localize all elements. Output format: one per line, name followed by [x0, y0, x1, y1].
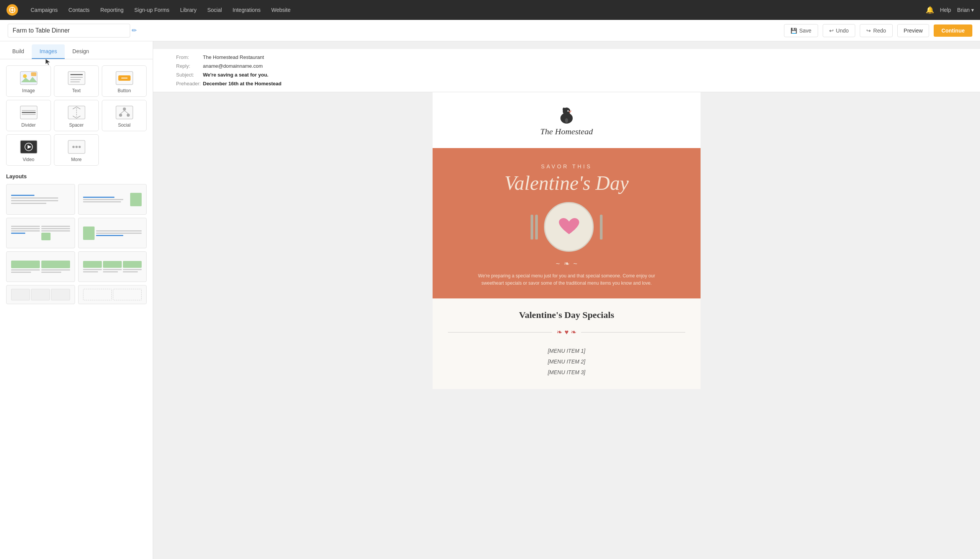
reply-label: Reply:: [176, 63, 203, 69]
svg-point-7: [23, 74, 27, 78]
svg-point-1: [11, 9, 13, 11]
heart-divider: ❧ ♥ ❧: [448, 328, 685, 336]
svg-point-26: [127, 114, 130, 117]
svg-point-41: [568, 111, 569, 111]
block-image-label: Image: [22, 88, 35, 93]
text-block-icon: [67, 70, 86, 86]
reply-value: aname@domainname.com: [203, 63, 263, 69]
user-menu[interactable]: Brian ▾: [957, 7, 974, 13]
nav-item-social[interactable]: Social: [202, 5, 226, 15]
redo-button[interactable]: ↪ Redo: [860, 24, 892, 37]
social-block-icon: [115, 105, 134, 120]
menu-items-list: [MENU ITEM 1] [MENU ITEM 2] [MENU ITEM 3…: [448, 346, 685, 378]
nav-item-contacts[interactable]: Contacts: [64, 5, 94, 15]
chevron-down-icon: ▾: [971, 7, 974, 13]
nav-item-signup-forms[interactable]: Sign-up Forms: [130, 5, 174, 15]
email-reply-row: Reply: aname@domainname.com: [176, 61, 957, 70]
from-value: The Homestead Restaurant: [203, 55, 264, 60]
campaign-title-input[interactable]: [8, 24, 130, 38]
nav-item-website[interactable]: Website: [267, 5, 295, 15]
hero-body-text: We're preparing a special menu just for …: [471, 273, 662, 287]
save-button[interactable]: 💾 Save: [784, 24, 818, 37]
hero-title: Valentine's Day: [444, 172, 689, 194]
undo-button[interactable]: ↩ Undo: [823, 24, 855, 37]
block-spacer[interactable]: Spacer: [54, 100, 99, 131]
help-link[interactable]: Help: [940, 7, 951, 13]
notifications-icon[interactable]: 🔔: [925, 6, 934, 14]
sidebar: Build Images Design: [0, 41, 153, 559]
tab-build[interactable]: Build: [5, 45, 32, 59]
nav-item-library[interactable]: Library: [176, 5, 201, 15]
subject-label: Subject:: [176, 72, 203, 78]
from-label: From:: [176, 55, 203, 60]
menu-item-2: [MENU ITEM 2]: [448, 356, 685, 367]
email-subject-row: Subject: We're saving a seat for you.: [176, 70, 957, 79]
email-logo-section: The Homestead: [432, 92, 700, 148]
tab-images[interactable]: Images: [32, 45, 65, 59]
block-divider-label: Divider: [22, 122, 36, 128]
layout-thumb-2[interactable]: [78, 184, 147, 215]
block-image[interactable]: Image: [6, 65, 51, 97]
email-hero: SAVOR THIS Valentine's Day: [432, 148, 700, 298]
blocks-grid: Image Text: [6, 65, 147, 166]
layout-thumb-1[interactable]: [6, 184, 75, 215]
block-video[interactable]: Video: [6, 134, 51, 166]
svg-point-35: [78, 146, 81, 148]
swirl-right-icon: ❧: [571, 328, 576, 336]
block-button[interactable]: Button: [102, 65, 147, 97]
cursor-icon: [45, 58, 52, 66]
svg-point-24: [123, 108, 126, 111]
logo-text: The Homestead: [540, 127, 593, 137]
chicken-icon: [555, 104, 578, 127]
layout-thumb-3[interactable]: [6, 218, 75, 248]
block-more[interactable]: More: [54, 134, 99, 166]
svg-rect-9: [68, 71, 85, 84]
menu-item-1: [MENU ITEM 1]: [448, 346, 685, 356]
homestead-logo: The Homestead: [540, 104, 593, 137]
block-button-label: Button: [118, 88, 131, 93]
email-canvas: The Homestead SAVOR THIS Valentine's Day: [432, 92, 700, 389]
layout-thumb-5[interactable]: [6, 251, 75, 282]
app-logo[interactable]: [6, 4, 18, 16]
email-meta: From: The Homestead Restaurant Reply: an…: [153, 49, 980, 92]
more-block-icon: [67, 139, 86, 155]
svg-point-42: [565, 118, 568, 123]
spacer-block-icon: [67, 105, 86, 120]
heart-icon: [556, 217, 581, 238]
nav-item-integrations[interactable]: Integrations: [228, 5, 265, 15]
block-video-label: Video: [23, 157, 34, 162]
main-layout: Build Images Design: [0, 41, 980, 559]
block-text-label: Text: [72, 88, 80, 93]
layout-thumb-6[interactable]: [78, 251, 147, 282]
divider-block-icon: [20, 105, 38, 120]
divider-line-left: [448, 332, 552, 332]
block-divider[interactable]: Divider: [6, 100, 51, 131]
video-block-icon: [20, 139, 38, 155]
nav-right: 🔔 Help Brian ▾: [925, 6, 974, 14]
preview-button[interactable]: Preview: [897, 24, 929, 37]
email-area: From: The Homestead Restaurant Reply: an…: [153, 41, 980, 559]
svg-point-33: [72, 146, 74, 148]
block-social[interactable]: Social: [102, 100, 147, 131]
block-text[interactable]: Text: [54, 65, 99, 97]
email-from-row: From: The Homestead Restaurant: [176, 53, 957, 61]
specials-title: Valentine's Day Specials: [448, 310, 685, 320]
continue-button[interactable]: Continue: [934, 25, 972, 37]
toolbar: ✏ 💾 Save ↩ Undo ↪ Redo Preview Continue: [0, 20, 980, 41]
hero-savor-text: SAVOR THIS: [444, 164, 689, 169]
layouts-heading: Layouts: [6, 173, 147, 179]
divider-line-right: [581, 332, 685, 332]
nav-item-campaigns[interactable]: Campaigns: [26, 5, 62, 15]
nav-items: Campaigns Contacts Reporting Sign-up For…: [26, 5, 925, 15]
layout-thumb-7[interactable]: [6, 285, 75, 304]
layouts-section: Layouts: [6, 173, 147, 304]
email-body: Valentine's Day Specials ❧ ♥ ❧ [MENU ITE…: [432, 298, 700, 389]
divider-ornament: ❧ ♥ ❧: [556, 328, 577, 336]
layout-thumb-8[interactable]: [78, 285, 147, 304]
tab-design[interactable]: Design: [65, 45, 97, 59]
undo-icon: ↩: [829, 28, 834, 34]
layout-thumb-4[interactable]: [78, 218, 147, 248]
edit-title-icon[interactable]: ✏: [132, 27, 137, 34]
svg-rect-8: [31, 72, 36, 76]
nav-item-reporting[interactable]: Reporting: [96, 5, 128, 15]
